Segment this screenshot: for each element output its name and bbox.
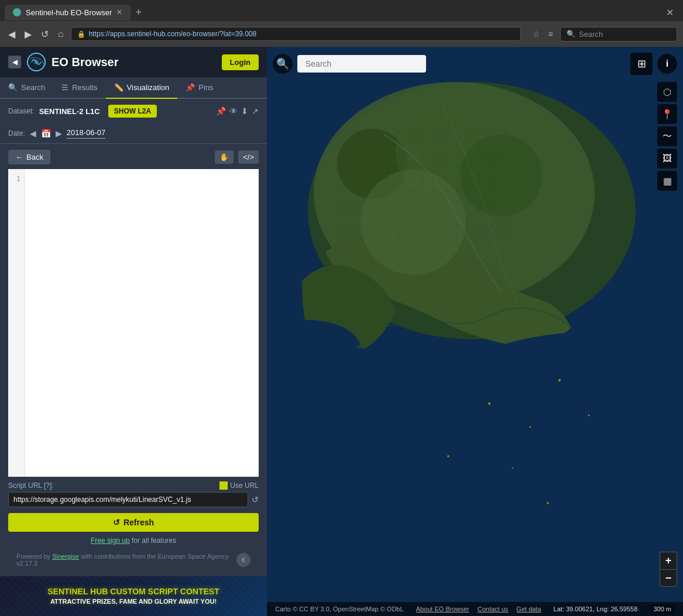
refresh-url-icon[interactable]: ↺ — [252, 495, 259, 504]
tab-visualization[interactable]: ✏️ Visualization — [106, 77, 178, 99]
active-tab[interactable]: Sentinel-hub EO-Browser ✕ — [5, 5, 131, 20]
date-value[interactable]: 2018-06-07 — [67, 128, 106, 139]
map-sidebar-polygon-button[interactable]: ⬡ — [657, 82, 677, 102]
dataset-action-icons: 📌 👁 ⬇ ↗ — [216, 106, 259, 116]
map-coordinates: Lat: 39.00621, Lng: 26.59558 — [554, 605, 638, 612]
svg-point-1 — [34, 60, 39, 64]
script-toolbar-icons: ✋ </> — [215, 150, 259, 164]
tab-favicon — [13, 8, 21, 16]
logo-icon — [27, 53, 46, 71]
zoom-in-button[interactable]: + — [660, 552, 677, 569]
map-right-sidebar: ⬡ 📍 〜 🖼 ▦ — [657, 82, 677, 191]
svg-point-13 — [588, 415, 590, 417]
results-tab-icon: ☰ — [61, 83, 68, 92]
code-editor[interactable]: 1 — [8, 169, 259, 477]
map-attribution: Carto © CC BY 3.0, OpenStreetMap © ODbL — [275, 605, 404, 612]
map-sidebar-measure-button[interactable]: 〜 — [657, 126, 677, 146]
reload-nav-button[interactable]: ↺ — [39, 26, 51, 42]
contest-banner[interactable]: SENTINEL HUB CUSTOM SCRIPT CONTEST ATTRA… — [0, 576, 267, 616]
map-area[interactable]: 🔍 ⊞ i ⬡ 📍 〜 🖼 ▦ + − Carto © CC BY 3.0, O… — [267, 47, 683, 616]
tab-title: Sentinel-hub EO-Browser — [26, 8, 112, 17]
script-url-label: Script URL [?]: — [8, 481, 54, 490]
use-url-label: Use URL — [230, 481, 259, 490]
forward-nav-button[interactable]: ▶ — [22, 26, 34, 42]
left-panel: ◀ EO Browser Login 🔍 Search ☰ Results ✏️ — [0, 47, 267, 616]
address-input[interactable]: 🔒 https://apps.sentinel-hub.com/eo-brows… — [71, 27, 521, 41]
home-nav-button[interactable]: ⌂ — [56, 26, 66, 42]
map-info-button[interactable]: i — [657, 54, 677, 74]
signup-row: Free sign up for all features — [8, 532, 259, 549]
login-button[interactable]: Login — [222, 54, 259, 70]
zoom-out-button[interactable]: − — [660, 569, 677, 587]
tab-bar: Sentinel-hub EO-Browser ✕ + ✕ — [0, 0, 683, 21]
line-number-1: 1 — [12, 174, 20, 184]
signup-text: for all features — [132, 536, 176, 545]
tab-search[interactable]: 🔍 Search — [0, 77, 53, 99]
use-url-toggle[interactable]: Use URL — [219, 481, 259, 490]
free-signup-link[interactable]: Free sign up — [91, 536, 130, 545]
powered-by-row: Powered by Sinergise with contributions … — [8, 549, 259, 570]
map-scale: 300 m — [650, 604, 675, 614]
collapse-panel-button[interactable]: ◀ — [8, 56, 21, 68]
script-toolbar: ← Back ✋ </> — [8, 150, 259, 164]
code-view-button[interactable]: </> — [238, 150, 259, 164]
refresh-button[interactable]: ↺ Refresh — [8, 513, 259, 532]
script-url-input-row: ↺ — [8, 492, 259, 507]
banner-background — [0, 576, 267, 616]
visualization-tab-icon: ✏️ — [114, 83, 123, 92]
map-links: About EO Browser Contact us Get data — [416, 605, 541, 612]
share-dataset-icon[interactable]: ↗ — [252, 106, 259, 116]
refresh-icon: ↺ — [113, 518, 120, 527]
show-l2a-button[interactable]: SHOW L2A — [108, 105, 157, 118]
map-layers-button[interactable]: ⊞ — [630, 53, 653, 75]
map-svg — [267, 47, 683, 616]
map-sidebar-pin-button[interactable]: 📍 — [657, 104, 677, 124]
contact-us-link[interactable]: Contact us — [478, 605, 509, 612]
menu-icon[interactable]: ≡ — [546, 28, 555, 40]
map-sidebar-grid-button[interactable]: ▦ — [657, 171, 677, 191]
bookmark-icon[interactable]: ☆ — [530, 28, 543, 40]
back-button[interactable]: ← Back — [8, 150, 50, 164]
date-next-button[interactable]: ▶ — [56, 129, 62, 138]
pin-dataset-icon[interactable]: 📌 — [216, 106, 226, 116]
new-tab-button[interactable]: + — [131, 6, 146, 19]
tab-pins[interactable]: 📌 Pins — [177, 77, 221, 99]
map-sidebar-image-button[interactable]: 🖼 — [657, 149, 677, 168]
date-label: Date: — [8, 129, 25, 137]
svg-point-9 — [488, 402, 490, 405]
browser-search-bar[interactable]: 🔍 Search — [560, 27, 677, 42]
tab-results[interactable]: ☰ Results — [53, 77, 105, 99]
get-data-link[interactable]: Get data — [516, 605, 541, 612]
eye-dataset-icon[interactable]: 👁 — [229, 106, 238, 116]
use-url-checkbox[interactable] — [219, 481, 228, 490]
zoom-controls: + − — [660, 552, 677, 587]
hand-tool-button[interactable]: ✋ — [215, 150, 234, 164]
browser-chrome: Sentinel-hub EO-Browser ✕ + ✕ ◀ ▶ ↺ ⌂ 🔒 … — [0, 0, 683, 47]
browser-search-text: Search — [579, 30, 603, 39]
map-top-bar: 🔍 ⊞ i — [273, 53, 677, 75]
tab-close-button[interactable]: ✕ — [116, 8, 122, 16]
script-editor-area: ← Back ✋ </> 1 Script URL [?]: Use URL — [0, 144, 267, 576]
back-nav-button[interactable]: ◀ — [6, 26, 18, 42]
map-search-input[interactable] — [297, 55, 426, 73]
code-content[interactable] — [25, 169, 259, 477]
back-arrow-icon: ← — [15, 153, 23, 161]
sinergise-link[interactable]: Sinergise — [52, 553, 79, 560]
calendar-icon[interactable]: 📅 — [41, 129, 51, 138]
about-eo-browser-link[interactable]: About EO Browser — [416, 605, 469, 612]
map-bottom-bar: Carto © CC BY 3.0, OpenStreetMap © ODbL … — [267, 602, 683, 616]
svg-rect-16 — [337, 123, 513, 240]
date-prev-button[interactable]: ◀ — [30, 129, 36, 138]
search-tab-icon: 🔍 — [8, 83, 18, 92]
script-url-row: Script URL [?]: Use URL — [8, 481, 259, 490]
line-numbers: 1 — [8, 169, 25, 477]
svg-point-10 — [558, 379, 561, 381]
address-bar: ◀ ▶ ↺ ⌂ 🔒 https://apps.sentinel-hub.com/… — [0, 21, 683, 47]
powered-by-text: Powered by Sinergise with contributions … — [16, 553, 229, 567]
browser-close-button[interactable]: ✕ — [661, 7, 678, 18]
nav-tabs: 🔍 Search ☰ Results ✏️ Visualization 📌 Pi… — [0, 77, 267, 99]
download-dataset-icon[interactable]: ⬇ — [241, 106, 248, 116]
map-search-icon[interactable]: 🔍 — [273, 54, 293, 74]
script-url-input[interactable] — [8, 492, 248, 507]
pins-tab-icon: 📌 — [186, 83, 195, 92]
